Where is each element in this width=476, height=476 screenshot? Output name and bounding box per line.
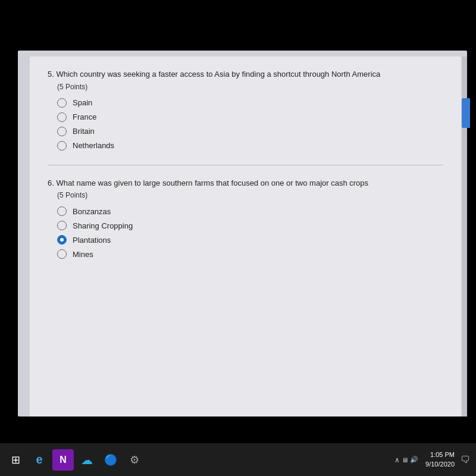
tray-network[interactable]: 🖥: [402, 456, 408, 464]
option-label-q6-sharing-cropping: Sharing Cropping: [73, 221, 133, 230]
start-button[interactable]: ⊞: [5, 449, 26, 471]
section-divider: [48, 165, 443, 165]
option-label-q6-plantations: Plantations: [73, 236, 111, 245]
system-tray: ∧ 🖥 🔊 1:05 PM 9/10/2020 🗨: [394, 443, 470, 476]
option-q6-plantations[interactable]: Plantations: [57, 235, 443, 245]
radio-q5-netherlands[interactable]: [57, 141, 67, 151]
radio-q6-plantations[interactable]: [57, 235, 67, 245]
option-q5-spain[interactable]: Spain: [57, 98, 443, 108]
option-label-q5-france: France: [73, 112, 96, 121]
option-q5-france[interactable]: France: [57, 112, 443, 122]
tray-icons: ∧ 🖥 🔊: [394, 456, 418, 464]
onenote-icon[interactable]: N: [52, 449, 74, 471]
screen-area: 5. Which country was seeking a faster ac…: [18, 51, 467, 416]
option-q5-netherlands[interactable]: Netherlands: [57, 141, 443, 151]
option-q6-sharing-cropping[interactable]: Sharing Cropping: [57, 221, 443, 230]
clock-date: 9/10/2020: [425, 460, 455, 469]
question-6-text: 6. What name was given to large southern…: [48, 177, 443, 189]
clock-time: 1:05 PM: [425, 450, 455, 459]
radio-q6-mines[interactable]: [57, 249, 67, 259]
option-label-q5-spain: Spain: [73, 98, 92, 107]
notifications-icon[interactable]: 🗨: [461, 455, 470, 465]
settings-icon[interactable]: ⚙: [124, 449, 145, 471]
option-q6-bonzanzas[interactable]: Bonzanzas: [57, 206, 443, 216]
option-label-q6-mines: Mines: [73, 250, 93, 259]
option-label-q6-bonzanzas: Bonzanzas: [73, 207, 111, 216]
radio-q5-france[interactable]: [57, 112, 67, 122]
radio-q6-bonzanzas[interactable]: [57, 206, 67, 216]
tray-chevron[interactable]: ∧: [394, 456, 400, 464]
content-paper: 5. Which country was seeking a faster ac…: [30, 57, 461, 416]
blue-side-tab: [462, 98, 470, 128]
question-6-block: 6. What name was given to large southern…: [48, 177, 443, 259]
option-label-q5-britain: Britain: [73, 127, 95, 136]
edge-icon[interactable]: e: [29, 449, 50, 471]
taskbar: ⊞ e N ☁ 🔵 ⚙ ∧ 🖥 🔊 1:05 PM 9/10/2020 🗨: [0, 443, 476, 476]
question-5-block: 5. Which country was seeking a faster ac…: [48, 68, 443, 151]
system-clock[interactable]: 1:05 PM 9/10/2020: [425, 450, 455, 469]
radio-q5-britain[interactable]: [57, 127, 67, 136]
option-label-q5-netherlands: Netherlands: [73, 141, 114, 150]
question-5-points: (5 Points): [57, 83, 443, 91]
chrome-icon[interactable]: 🔵: [100, 449, 121, 471]
option-q6-mines[interactable]: Mines: [57, 249, 443, 259]
radio-q5-spain[interactable]: [57, 98, 67, 108]
option-q5-britain[interactable]: Britain: [57, 127, 443, 136]
question-5-text: 5. Which country was seeking a faster ac…: [48, 68, 443, 80]
radio-q6-sharing-cropping[interactable]: [57, 221, 67, 230]
question-6-points: (5 Points): [57, 191, 443, 199]
cloud-icon[interactable]: ☁: [76, 449, 98, 471]
tray-volume[interactable]: 🔊: [410, 456, 418, 464]
